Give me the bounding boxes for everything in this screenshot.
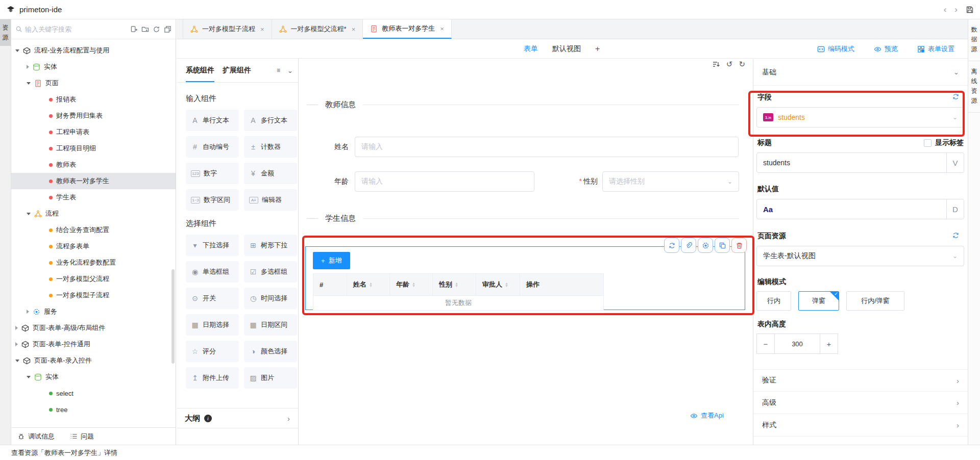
dynamic-toggle-button[interactable]: D — [946, 199, 964, 219]
gender-select[interactable]: 请选择性别 ⌄ — [602, 171, 739, 192]
collapse-icon[interactable] — [164, 25, 172, 33]
tree-item[interactable]: 页面 — [11, 75, 176, 91]
page-resource-select[interactable]: 学生表-默认视图 ⌄ — [756, 246, 964, 266]
edit-mode-行内/弹窗[interactable]: 行内/弹窗 — [846, 291, 904, 311]
debug-bar-调试信息[interactable]: 调试信息 — [17, 432, 55, 441]
palette-item-数字[interactable]: 123数字 — [186, 163, 239, 184]
import-icon[interactable] — [130, 25, 138, 33]
palette-item-单选框组[interactable]: ◉单选框组 — [186, 261, 239, 283]
doc-tab-教师表一对多学生[interactable]: 教师表一对多学生× — [363, 19, 452, 39]
view-tab-默认视图[interactable]: 默认视图 — [552, 44, 581, 54]
refresh-icon[interactable] — [952, 93, 960, 100]
sort-icon[interactable]: ▲▼ — [412, 282, 415, 287]
close-icon[interactable]: × — [352, 25, 356, 33]
caret-down-icon[interactable] — [27, 376, 31, 378]
palette-item-开关[interactable]: ⊙开关 — [186, 288, 239, 309]
link-icon[interactable] — [681, 238, 696, 253]
tree-item[interactable]: 一对多模型子流程 — [11, 287, 176, 303]
sort-icon[interactable]: ▲▼ — [505, 282, 508, 287]
add-view-button[interactable]: + — [595, 44, 600, 54]
palette-item-图片[interactable]: ▨图片 — [244, 367, 297, 389]
plus-button[interactable]: + — [820, 334, 838, 354]
view-tab-表单[interactable]: 表单 — [524, 44, 538, 54]
palette-item-数字区间[interactable]: 1~3数字区间 — [186, 189, 239, 211]
refresh-icon[interactable] — [153, 25, 160, 33]
show-label-checkbox[interactable] — [924, 139, 932, 147]
properties-header[interactable]: 基础 ⌄ — [753, 59, 968, 86]
menu-icon[interactable]: ≡ — [277, 67, 280, 74]
action-预览[interactable]: 预览 — [874, 44, 898, 54]
activity-tab-数据源[interactable]: 数据源 — [968, 19, 980, 61]
show-label-option[interactable]: 显示标签 — [924, 138, 964, 147]
palette-item-多行文本[interactable]: A多行文本 — [244, 110, 297, 131]
minus-button[interactable]: − — [756, 334, 775, 354]
caret-down-icon[interactable] — [15, 360, 19, 362]
tree-item[interactable]: 结合业务查询配置 — [11, 222, 176, 238]
section-高级[interactable]: 高级› — [753, 392, 968, 414]
palette-item-树形下拉[interactable]: ⊞树形下拉 — [244, 235, 297, 256]
caret-down-icon[interactable] — [27, 213, 31, 215]
edit-mode-弹窗[interactable]: 弹窗✓ — [798, 291, 839, 311]
copy-icon[interactable] — [715, 238, 730, 253]
palette-tab-扩展组件[interactable]: 扩展组件 — [223, 59, 251, 82]
palette-tab-系统组件[interactable]: 系统组件 — [186, 59, 214, 82]
palette-item-附件上传[interactable]: ↥附件上传 — [186, 367, 239, 389]
caret-right-icon[interactable] — [15, 342, 18, 346]
tree-item[interactable]: 页面-表单-录入控件 — [11, 352, 176, 369]
sort-icon[interactable]: ▲▼ — [455, 282, 458, 287]
caret-down-icon[interactable] — [15, 49, 19, 52]
section-样式[interactable]: 样式› — [753, 414, 968, 437]
refresh-icon[interactable] — [952, 232, 960, 239]
search-input[interactable] — [25, 25, 128, 33]
edit-mode-行内[interactable]: 行内 — [756, 291, 791, 311]
palette-item-下拉选择[interactable]: ▾下拉选择 — [186, 235, 239, 256]
doc-tab-一对多模型子流程[interactable]: 一对多模型子流程× — [183, 19, 272, 39]
tree-item[interactable]: 工程项目明细 — [11, 140, 176, 157]
tree-item[interactable]: 流程 — [11, 206, 176, 222]
age-field-input[interactable]: 请输入 — [355, 171, 534, 192]
student-subform-widget[interactable]: + 新增 #姓名▲▼年龄▲▼性别▲▼审批人▲▼操作 暂无数据 — [305, 246, 745, 310]
palette-item-单行文本[interactable]: A单行文本 — [186, 110, 239, 131]
palette-item-金额[interactable]: ¥金额 — [244, 163, 297, 184]
tree-item[interactable]: select — [11, 385, 176, 401]
table-column-年龄[interactable]: 年龄▲▼ — [390, 274, 433, 295]
tree-item[interactable]: 工程申请表 — [11, 124, 176, 140]
add-row-button[interactable]: + 新增 — [313, 252, 350, 269]
tree-item[interactable]: 报销表 — [11, 91, 176, 108]
settings-icon[interactable] — [698, 238, 713, 253]
variable-toggle-button[interactable]: V — [946, 153, 964, 172]
table-column-性别[interactable]: 性别▲▼ — [433, 274, 476, 295]
palette-item-自动编号[interactable]: #自动编号 — [186, 136, 239, 158]
tree-item[interactable]: 一对多模型父流程 — [11, 271, 176, 287]
tree-item[interactable]: 流程-业务流程配置与使用 — [11, 42, 176, 59]
doc-tab-一对多模型父流程*[interactable]: 一对多模型父流程*× — [272, 19, 363, 39]
palette-item-颜色选择[interactable]: ◑颜色选择 — [244, 341, 297, 362]
caret-down-icon[interactable] — [27, 82, 31, 85]
title-input[interactable]: students V — [756, 152, 964, 173]
action-编码模式[interactable]: 编码模式 — [817, 44, 854, 54]
default-value-input[interactable]: Aa D — [756, 199, 964, 219]
palette-item-编辑器[interactable]: A≡编辑器 — [244, 189, 297, 211]
collapse-panel-icon[interactable]: ⌄ — [287, 67, 293, 74]
table-column-审批人[interactable]: 审批人▲▼ — [476, 274, 520, 295]
nav-forward-icon[interactable]: › — [954, 5, 958, 15]
undo-icon[interactable]: ↺ — [726, 60, 733, 69]
new-folder-icon[interactable] — [141, 25, 149, 33]
tree-item[interactable]: 财务费用归集表 — [11, 108, 176, 124]
palette-item-时间选择[interactable]: ◷时间选择 — [244, 288, 297, 309]
activity-tab-离线资源[interactable]: 离线资源 — [968, 61, 980, 113]
debug-bar-问题[interactable]: 问题 — [70, 432, 94, 441]
action-表单设置[interactable]: 表单设置 — [917, 44, 954, 54]
tree-item[interactable]: 页面-表单-高级/布局组件 — [11, 320, 176, 336]
caret-right-icon[interactable] — [27, 310, 29, 314]
palette-item-评分[interactable]: ☆评分 — [186, 341, 239, 362]
tree-item[interactable]: 教师表 — [11, 157, 176, 173]
sync-icon[interactable] — [664, 238, 679, 253]
sort-icon[interactable]: ▲▼ — [369, 282, 373, 287]
redo-icon[interactable]: ↻ — [739, 60, 745, 69]
palette-item-多选框组[interactable]: ☑多选框组 — [244, 261, 297, 283]
table-column-姓名[interactable]: 姓名▲▼ — [347, 274, 390, 295]
palette-item-日期区间[interactable]: ▦日期区间 — [244, 314, 297, 336]
tree-item[interactable]: 实体 — [11, 59, 176, 75]
tree-item[interactable]: 流程多表单 — [11, 238, 176, 254]
